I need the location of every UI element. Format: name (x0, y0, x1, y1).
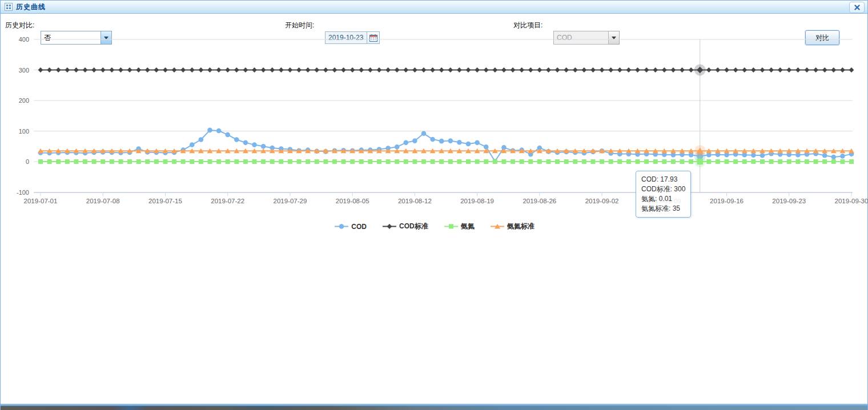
legend-label: COD标准 (399, 222, 428, 231)
taskbar-strip (1, 406, 867, 410)
svg-text:300: 300 (19, 67, 29, 74)
tooltip-line: COD标准: 300 (641, 184, 685, 194)
history-curve-window: 历史曲线 历史对比: 否 开始时间: 2019-10-23 (0, 0, 868, 410)
legend-label: 氨氮标准 (507, 222, 535, 231)
close-icon (854, 5, 860, 10)
history-compare-label: 历史对比: (5, 21, 34, 30)
window-bottom-edge (1, 401, 867, 410)
svg-text:0: 0 (26, 158, 29, 165)
svg-text:2019-07-29: 2019-07-29 (274, 198, 307, 204)
svg-text:2019-07-01: 2019-07-01 (24, 198, 58, 204)
circle-legend-marker-icon (335, 223, 348, 230)
legend-item-COD标准[interactable]: COD标准 (383, 222, 428, 231)
legend-label: 氨氮 (461, 222, 475, 231)
close-button[interactable] (849, 2, 865, 13)
svg-text:2019-08-05: 2019-08-05 (336, 198, 369, 204)
triangle-legend-marker-icon (491, 223, 504, 230)
chart-region: 4003002001000-1002019-07-012019-07-08201… (1, 34, 868, 239)
history-curve-chart[interactable]: 4003002001000-1002019-07-012019-07-08201… (1, 34, 868, 211)
legend-item-氨氮标准[interactable]: 氨氮标准 (491, 222, 535, 231)
svg-text:200: 200 (19, 97, 29, 104)
svg-text:2019-08-26: 2019-08-26 (523, 198, 556, 204)
diamond-legend-marker-icon (383, 223, 396, 230)
svg-text:2019-09-23: 2019-09-23 (772, 198, 806, 204)
svg-text:100: 100 (19, 128, 29, 135)
titlebar: 历史曲线 (1, 1, 867, 14)
svg-text:2019-07-08: 2019-07-08 (86, 198, 120, 204)
chart-tooltip: COD: 17.93COD标准: 300氨氮: 0.01氨氮标准: 35 (636, 171, 691, 218)
square-legend-marker-icon (444, 223, 458, 230)
svg-text:2019-07-15: 2019-07-15 (148, 198, 182, 204)
svg-text:2019-08-12: 2019-08-12 (398, 198, 432, 204)
legend-label: COD (351, 223, 367, 231)
toolbar: 历史对比: 否 开始时间: 2019-10-23 对比 (1, 14, 867, 34)
tooltip-line: 氨氮: 0.01 (641, 194, 685, 204)
window-title: 历史曲线 (16, 2, 46, 12)
svg-text:-100: -100 (17, 189, 29, 196)
svg-text:2019-09-16: 2019-09-16 (710, 198, 744, 204)
start-time-label: 开始时间: (285, 21, 314, 30)
svg-text:2019-09-02: 2019-09-02 (585, 198, 619, 204)
legend-item-氨氮[interactable]: 氨氮 (444, 222, 475, 231)
legend-item-COD[interactable]: COD (335, 222, 367, 231)
tooltip-line: COD: 17.93 (641, 175, 685, 184)
grid-window-icon (5, 3, 13, 11)
tooltip-line: 氨氮标准: 35 (641, 204, 685, 214)
svg-text:2019-09-30: 2019-09-30 (835, 198, 868, 204)
compare-item-label: 对比项目: (513, 21, 542, 30)
svg-text:2019-08-19: 2019-08-19 (460, 198, 494, 204)
chart-legend: CODCOD标准氨氮氨氮标准 (1, 222, 868, 231)
svg-text:400: 400 (19, 36, 29, 43)
svg-text:2019-07-22: 2019-07-22 (211, 198, 244, 204)
